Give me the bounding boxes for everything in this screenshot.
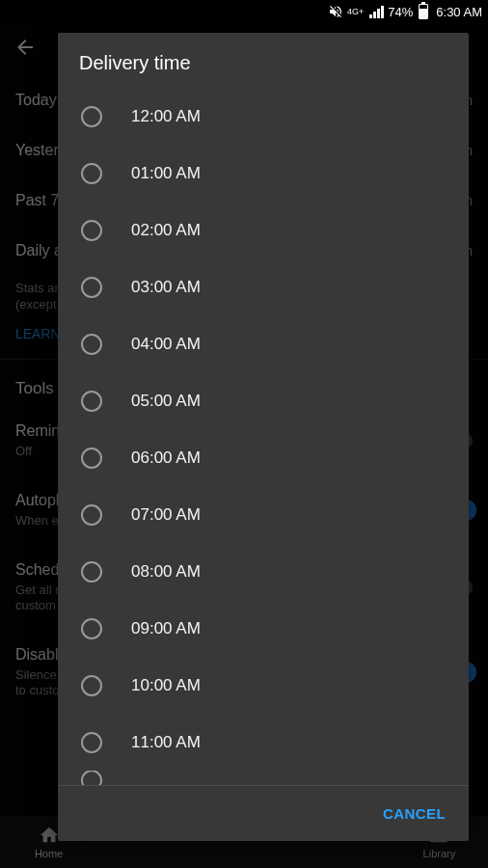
network-type: 4G+ bbox=[347, 8, 364, 15]
time-option[interactable]: 06:00 AM bbox=[68, 429, 469, 486]
radio-icon bbox=[81, 277, 102, 298]
radio-icon bbox=[81, 732, 102, 753]
status-bar: 4G+ 74% 6:30 AM bbox=[0, 0, 488, 23]
radio-icon bbox=[81, 220, 102, 241]
dialog-actions: CANCEL bbox=[58, 786, 469, 841]
battery-pct: 74% bbox=[388, 5, 413, 19]
battery-icon bbox=[419, 4, 428, 19]
radio-icon bbox=[81, 618, 102, 639]
status-time: 6:30 AM bbox=[436, 5, 482, 19]
time-option[interactable]: 03:00 AM bbox=[68, 258, 469, 315]
mute-icon bbox=[328, 4, 343, 19]
radio-icon bbox=[81, 448, 102, 469]
delivery-time-dialog: Delivery time 12:00 AM 01:00 AM 02:00 AM… bbox=[58, 33, 469, 841]
time-option[interactable]: 10:00 AM bbox=[68, 657, 469, 714]
time-option[interactable]: 01:00 AM bbox=[68, 145, 469, 202]
dialog-title: Delivery time bbox=[58, 33, 469, 88]
radio-icon bbox=[81, 504, 102, 526]
signal-icon bbox=[369, 6, 384, 18]
time-option[interactable]: 04:00 AM bbox=[68, 315, 469, 372]
radio-icon bbox=[81, 561, 102, 583]
time-option[interactable]: 12:00 AM bbox=[68, 88, 469, 145]
radio-icon bbox=[81, 675, 102, 696]
radio-icon bbox=[81, 334, 102, 355]
radio-icon bbox=[81, 163, 102, 184]
radio-icon bbox=[81, 771, 102, 785]
time-option[interactable]: 02:00 AM bbox=[68, 202, 469, 258]
radio-icon bbox=[81, 106, 102, 127]
cancel-button[interactable]: CANCEL bbox=[373, 798, 455, 829]
time-option[interactable]: 08:00 AM bbox=[68, 543, 469, 600]
time-option[interactable]: 09:00 AM bbox=[68, 600, 469, 657]
time-option[interactable]: 07:00 AM bbox=[68, 486, 469, 543]
dialog-option-list[interactable]: 12:00 AM 01:00 AM 02:00 AM 03:00 AM 04:0… bbox=[58, 88, 469, 785]
time-option[interactable]: 11:00 AM bbox=[68, 714, 469, 771]
time-option[interactable] bbox=[68, 771, 469, 785]
time-option[interactable]: 05:00 AM bbox=[68, 372, 469, 429]
radio-icon bbox=[81, 391, 102, 412]
